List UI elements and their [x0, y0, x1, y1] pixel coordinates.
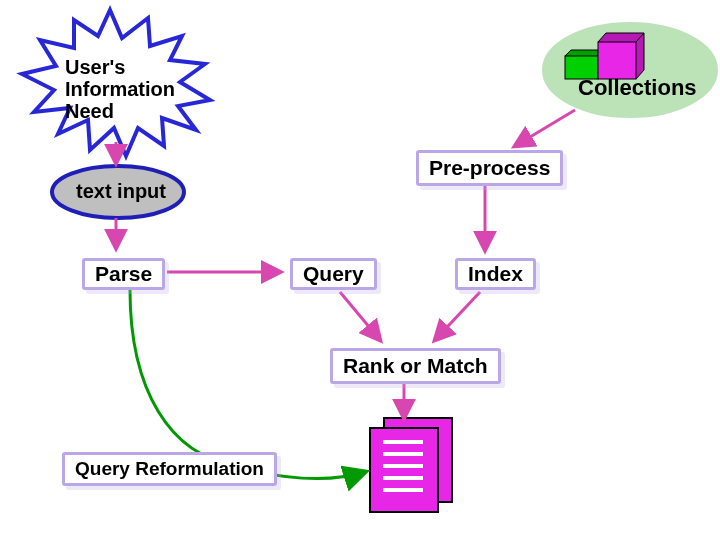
reformulation-box: Query Reformulation	[62, 452, 277, 486]
user-need-text: User's Information Need	[65, 56, 205, 122]
query-label: Query	[303, 262, 364, 285]
arrow-query-to-rank	[340, 292, 380, 340]
parse-label: Parse	[95, 262, 152, 285]
index-box: Index	[455, 258, 536, 290]
reformulation-label: Query Reformulation	[75, 458, 264, 479]
parse-box: Parse	[82, 258, 165, 290]
collections-label: Collections	[578, 75, 697, 101]
rank-box: Rank or Match	[330, 348, 501, 384]
feedback-curve-parse-to-reformulation	[130, 290, 235, 465]
results-doc-front	[370, 428, 438, 512]
arrow-index-to-rank	[435, 292, 480, 340]
query-box: Query	[290, 258, 377, 290]
preprocess-box: Pre-process	[416, 150, 563, 186]
rank-label: Rank or Match	[343, 354, 488, 377]
text-input-label: text input	[76, 180, 166, 203]
arrow-collections-to-preprocess	[515, 110, 575, 146]
index-label: Index	[468, 262, 523, 285]
cube-magenta	[598, 33, 644, 79]
svg-rect-6	[598, 42, 636, 79]
preprocess-label: Pre-process	[429, 156, 550, 179]
diagram: User's Information Need Collections Pre-…	[0, 0, 720, 540]
user-need-label: User's Information Need	[65, 56, 205, 122]
